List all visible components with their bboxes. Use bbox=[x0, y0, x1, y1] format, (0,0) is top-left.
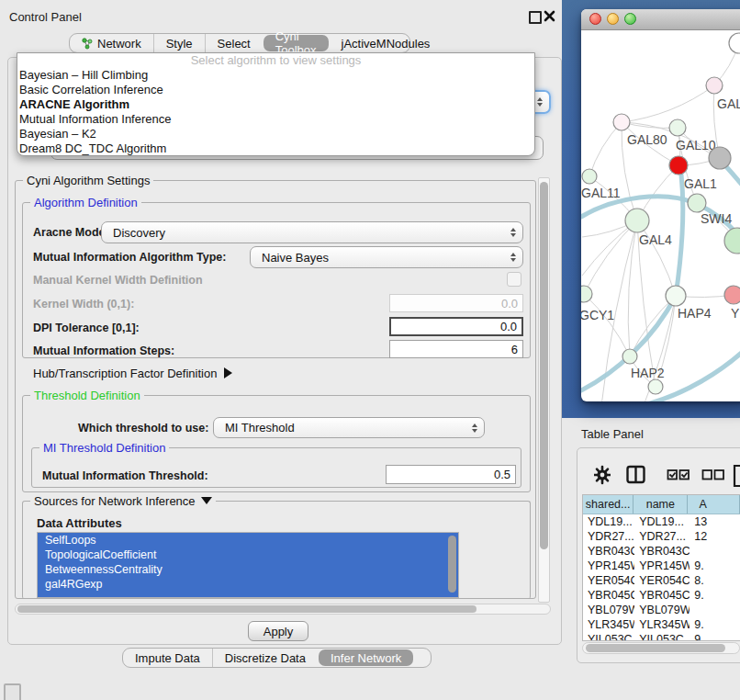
table-cell[interactable]: YBL079W bbox=[583, 603, 634, 617]
which-threshold-combo[interactable]: MI Threshold bbox=[213, 417, 485, 438]
table-cell[interactable]: YBR045C bbox=[634, 588, 690, 603]
table-cell[interactable]: YPR145W bbox=[583, 559, 634, 573]
aracne-mode-combo[interactable]: Discovery bbox=[101, 221, 523, 243]
table-row[interactable]: YPR145WYPR145W9. bbox=[583, 559, 740, 573]
data-attributes-list[interactable]: SelfLoops TopologicalCoefficient Between… bbox=[37, 532, 459, 598]
list-scrollbar-thumb[interactable] bbox=[448, 536, 456, 593]
network-node[interactable] bbox=[581, 286, 592, 302]
table-cell[interactable]: YBR043C bbox=[583, 544, 634, 559]
column-layout-icon[interactable] bbox=[626, 464, 645, 486]
algorithm-option[interactable]: ARACNE Algorithm bbox=[17, 97, 534, 112]
table-cell[interactable]: 9. bbox=[690, 588, 740, 603]
list-item[interactable]: SelfLoops bbox=[38, 533, 458, 548]
scrollbar-thumb[interactable] bbox=[17, 605, 477, 613]
table-cell[interactable]: 9. bbox=[690, 617, 740, 632]
network-edge[interactable] bbox=[628, 220, 637, 356]
collapsed-right-arrow-icon[interactable] bbox=[224, 367, 232, 378]
table-cell[interactable]: YLR345W bbox=[634, 617, 690, 632]
document-icon[interactable] bbox=[733, 464, 740, 488]
tab-style[interactable]: Style bbox=[153, 34, 205, 52]
network-node[interactable] bbox=[688, 194, 706, 212]
table-cell[interactable]: YDR27... bbox=[634, 529, 690, 544]
settings-vertical-scrollbar[interactable] bbox=[538, 177, 550, 603]
network-edge-thick[interactable] bbox=[676, 175, 683, 296]
network-node[interactable] bbox=[724, 228, 740, 254]
table-cell[interactable]: 8. bbox=[690, 573, 740, 588]
network-canvas[interactable]: GALGAL80GAL10GAL1GAL11SWI4GAL4GCY1HAP4YH… bbox=[581, 29, 740, 401]
network-node[interactable] bbox=[622, 349, 637, 364]
table-cell[interactable]: 9. bbox=[690, 559, 740, 573]
minimize-window-icon[interactable] bbox=[607, 13, 619, 25]
table-row[interactable]: YDL19...YDL19...13 bbox=[583, 514, 740, 529]
table-row[interactable]: YBR045CYBR045C9. bbox=[583, 588, 740, 603]
network-node[interactable] bbox=[706, 77, 723, 94]
table-cell[interactable]: YDL19... bbox=[634, 514, 690, 529]
network-window-titlebar[interactable] bbox=[581, 9, 740, 30]
algorithm-option[interactable]: Dream8 DC_TDC Algorithm bbox=[17, 141, 534, 156]
float-panel-icon[interactable] bbox=[529, 11, 542, 24]
list-item[interactable]: BetweennessCentrality bbox=[38, 562, 458, 577]
table-cell[interactable]: 13 bbox=[690, 514, 740, 529]
expanded-down-arrow-icon[interactable] bbox=[201, 497, 212, 504]
network-node[interactable] bbox=[729, 33, 740, 53]
tab-infer-network[interactable]: Infer Network bbox=[319, 649, 413, 666]
table-cell[interactable]: YER054C bbox=[583, 573, 634, 588]
settings-horizontal-scrollbar[interactable] bbox=[15, 604, 551, 615]
network-node[interactable] bbox=[582, 169, 597, 184]
close-panel-icon[interactable] bbox=[544, 10, 555, 22]
network-node[interactable] bbox=[669, 119, 686, 136]
deselect-all-icon[interactable] bbox=[701, 464, 725, 486]
table-cell[interactable] bbox=[690, 603, 740, 617]
hub-definition-expander[interactable]: Hub/Transcription Factor Definition bbox=[33, 367, 232, 380]
table-row[interactable]: YIL053CYIL053C9 bbox=[583, 632, 740, 641]
kernel-width-field[interactable] bbox=[389, 294, 523, 312]
network-node[interactable] bbox=[666, 286, 686, 306]
mi-steps-field[interactable] bbox=[389, 340, 523, 358]
dpi-tolerance-field[interactable] bbox=[389, 317, 523, 336]
table-cell[interactable]: YER054C bbox=[634, 573, 690, 588]
network-node[interactable] bbox=[724, 286, 740, 304]
column-header[interactable]: A bbox=[688, 495, 740, 514]
tab-select[interactable]: Select bbox=[205, 34, 263, 52]
network-edge[interactable] bbox=[589, 122, 622, 176]
network-node[interactable] bbox=[648, 379, 663, 394]
tab-cyni-toolbox[interactable]: Cyni Toolbox bbox=[263, 35, 329, 51]
table-cell[interactable]: YLR345W bbox=[583, 617, 634, 632]
table-cell[interactable]: YBR045C bbox=[583, 588, 634, 603]
table-horizontal-scrollbar[interactable] bbox=[582, 642, 740, 654]
network-edge[interactable] bbox=[622, 85, 714, 122]
close-window-icon[interactable] bbox=[589, 13, 601, 25]
zoom-window-icon[interactable] bbox=[624, 13, 636, 25]
algorithm-option[interactable]: Basic Correlation Inference bbox=[17, 83, 534, 97]
table-row[interactable]: YDR27...YDR27...12 bbox=[583, 529, 740, 544]
table-cell[interactable]: YDL19... bbox=[583, 514, 634, 529]
mi-threshold-field[interactable] bbox=[386, 465, 516, 484]
table-cell[interactable]: YBL079W bbox=[634, 603, 690, 617]
table-row[interactable]: YER054CYER054C8. bbox=[583, 573, 740, 588]
gear-icon[interactable] bbox=[594, 464, 611, 486]
mi-algorithm-type-combo[interactable]: Naive Bayes bbox=[250, 246, 523, 268]
manual-kernel-width-checkbox[interactable] bbox=[507, 272, 521, 287]
network-node[interactable] bbox=[669, 156, 688, 175]
table-cell[interactable]: 12 bbox=[690, 529, 740, 544]
tab-impute-data[interactable]: Impute Data bbox=[123, 649, 212, 667]
column-header[interactable]: shared... bbox=[583, 495, 633, 514]
algorithm-option[interactable]: Bayesian – Hill Climbing bbox=[17, 68, 534, 83]
table-cell[interactable]: YIL053C bbox=[583, 632, 634, 641]
table-row[interactable]: YLR345WYLR345W9. bbox=[583, 617, 740, 632]
table-cell[interactable]: YBR043C bbox=[634, 544, 690, 559]
table-cell[interactable]: YIL053C bbox=[634, 632, 690, 641]
algorithm-option[interactable]: Mutual Information Inference bbox=[17, 112, 534, 127]
algorithm-option[interactable]: Bayesian – K2 bbox=[17, 127, 534, 141]
network-node[interactable] bbox=[613, 114, 630, 130]
tab-discretize-data[interactable]: Discretize Data bbox=[212, 649, 318, 667]
network-node[interactable] bbox=[625, 209, 649, 232]
table-cell[interactable]: YPR145W bbox=[634, 559, 690, 573]
sources-title[interactable]: Sources for Network Inference bbox=[30, 494, 216, 508]
table-cell[interactable]: 9 bbox=[690, 632, 740, 641]
list-item[interactable]: gal4RGexp bbox=[38, 577, 458, 592]
column-header[interactable]: name bbox=[633, 495, 688, 514]
table-cell[interactable] bbox=[690, 544, 740, 559]
tab-network[interactable]: Network bbox=[70, 34, 153, 52]
network-node[interactable] bbox=[709, 147, 731, 169]
